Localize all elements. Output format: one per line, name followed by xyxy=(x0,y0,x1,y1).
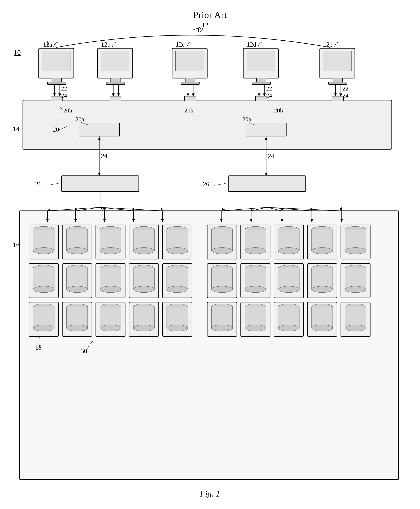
svg-marker-88 xyxy=(132,208,134,211)
svg-point-253 xyxy=(67,325,88,331)
svg-text:26: 26 xyxy=(203,181,209,188)
computer-12b: 12b xyxy=(98,41,133,84)
svg-point-157 xyxy=(211,248,232,254)
svg-point-247 xyxy=(33,325,54,331)
svg-rect-34 xyxy=(246,123,286,136)
svg-rect-16 xyxy=(247,51,275,71)
svg-rect-17 xyxy=(256,78,266,82)
svg-text:20h: 20h xyxy=(63,107,72,114)
svg-rect-12 xyxy=(185,78,195,82)
svg-marker-64 xyxy=(339,93,342,96)
svg-point-181 xyxy=(345,248,366,254)
svg-marker-62 xyxy=(334,93,337,96)
svg-rect-6 xyxy=(101,51,129,71)
svg-text:24: 24 xyxy=(61,92,67,99)
svg-point-139 xyxy=(100,248,121,254)
svg-rect-28 xyxy=(51,96,62,101)
fig-label: Fig. 1 xyxy=(200,489,220,498)
svg-rect-11 xyxy=(176,51,204,71)
svg-rect-2 xyxy=(52,78,61,82)
svg-rect-7 xyxy=(111,78,120,82)
svg-marker-48 xyxy=(112,93,115,96)
svg-marker-73 xyxy=(265,173,268,176)
svg-rect-23 xyxy=(329,82,347,84)
computer-12d: 12d xyxy=(243,41,278,84)
svg-point-277 xyxy=(211,325,232,331)
svg-marker-69 xyxy=(98,173,101,176)
svg-marker-101 xyxy=(339,207,342,211)
svg-text:12b: 12b xyxy=(101,41,111,48)
svg-text:20a: 20a xyxy=(242,116,251,122)
svg-marker-42 xyxy=(53,93,56,96)
svg-marker-58 xyxy=(263,93,266,96)
svg-point-235 xyxy=(312,286,333,293)
computer-12c: 12c xyxy=(172,41,207,84)
svg-rect-1 xyxy=(42,51,70,71)
svg-point-193 xyxy=(67,286,88,293)
svg-rect-22 xyxy=(333,78,343,82)
svg-point-145 xyxy=(133,248,154,254)
svg-rect-27 xyxy=(23,100,392,149)
svg-text:24: 24 xyxy=(266,92,272,99)
svg-point-289 xyxy=(278,325,299,331)
svg-point-127 xyxy=(33,248,54,254)
svg-marker-86 xyxy=(103,208,106,211)
svg-text:22: 22 xyxy=(343,85,348,92)
svg-marker-50 xyxy=(117,93,120,96)
svg-text:12d: 12d xyxy=(247,41,256,48)
svg-marker-56 xyxy=(258,93,261,96)
svg-line-25 xyxy=(193,27,200,30)
svg-text:24: 24 xyxy=(268,152,274,160)
svg-rect-33 xyxy=(79,123,120,136)
svg-rect-29 xyxy=(110,96,121,101)
svg-point-295 xyxy=(312,325,333,331)
svg-point-151 xyxy=(167,248,188,254)
svg-rect-8 xyxy=(106,82,125,84)
svg-text:22: 22 xyxy=(266,85,272,92)
svg-point-169 xyxy=(278,248,299,254)
svg-rect-13 xyxy=(181,82,199,84)
diagram-svg: 12a 12b 12c 12d 12e xyxy=(0,0,420,509)
svg-point-265 xyxy=(133,325,154,331)
svg-line-92 xyxy=(221,207,267,211)
svg-point-163 xyxy=(245,248,266,254)
svg-point-175 xyxy=(312,248,333,254)
svg-rect-32 xyxy=(332,96,343,101)
svg-point-205 xyxy=(133,286,154,293)
svg-marker-44 xyxy=(58,93,61,96)
svg-text:20h: 20h xyxy=(274,107,283,114)
svg-point-271 xyxy=(167,325,188,331)
svg-rect-3 xyxy=(47,82,66,84)
svg-point-283 xyxy=(245,325,266,331)
svg-text:24: 24 xyxy=(101,152,107,160)
svg-text:26: 26 xyxy=(35,181,41,188)
svg-point-187 xyxy=(33,286,54,293)
svg-point-217 xyxy=(211,286,232,293)
svg-marker-52 xyxy=(187,93,189,96)
svg-text:20a: 20a xyxy=(75,116,84,122)
svg-rect-30 xyxy=(184,96,196,101)
svg-marker-54 xyxy=(192,93,195,96)
svg-point-199 xyxy=(100,286,121,293)
svg-text:12c: 12c xyxy=(176,41,185,48)
svg-text:22: 22 xyxy=(61,85,67,92)
svg-line-89 xyxy=(100,207,163,211)
svg-line-83 xyxy=(75,207,100,211)
svg-line-81 xyxy=(47,207,100,211)
svg-text:18: 18 xyxy=(35,344,41,351)
svg-text:20h: 20h xyxy=(184,107,193,114)
svg-point-259 xyxy=(100,325,121,331)
svg-rect-18 xyxy=(252,82,270,84)
computer-12e: 12e xyxy=(320,41,355,84)
svg-point-301 xyxy=(345,325,366,331)
svg-marker-82 xyxy=(47,209,51,211)
svg-point-241 xyxy=(345,286,366,293)
svg-marker-90 xyxy=(160,208,163,211)
svg-text:20: 20 xyxy=(53,126,59,133)
svg-rect-75 xyxy=(61,176,139,191)
svg-point-223 xyxy=(245,286,266,293)
svg-rect-31 xyxy=(255,96,267,101)
computer-12a: 12a xyxy=(39,41,74,84)
svg-rect-77 xyxy=(228,176,306,191)
svg-text:12: 12 xyxy=(202,22,208,29)
